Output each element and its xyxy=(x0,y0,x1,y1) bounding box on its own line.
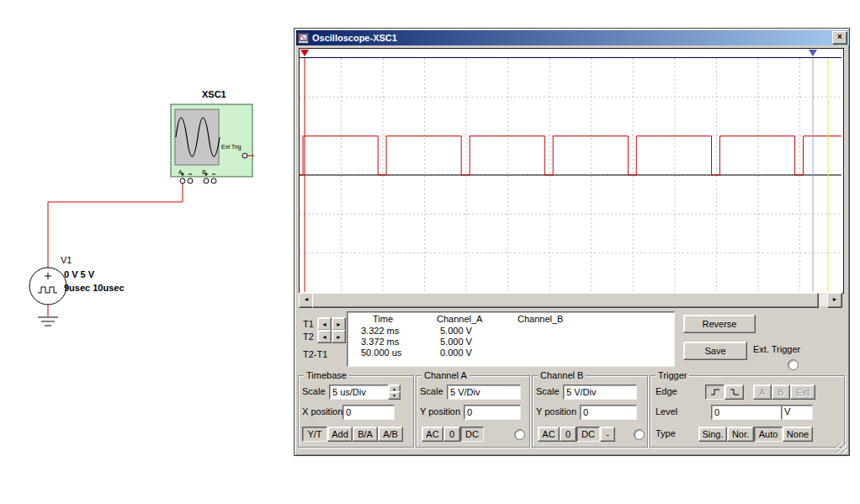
save-button[interactable]: Save xyxy=(683,342,747,360)
timebase-group: Timebase Scale ▲ ▼ X position Y/T Add B/… xyxy=(298,375,414,448)
ground-symbol[interactable] xyxy=(38,317,58,326)
channel-b-invert-button[interactable]: - xyxy=(600,427,615,442)
t1-channel-a-value: 5.000 V xyxy=(440,326,472,336)
channel-a-radio[interactable] xyxy=(514,429,525,440)
channel-b-ac-button[interactable]: AC xyxy=(538,427,560,442)
title-bar[interactable]: Oscilloscope-XSC1 × xyxy=(296,30,849,45)
source-value: 0 V 5 V xyxy=(64,269,94,280)
cursor-2-marker[interactable] xyxy=(809,50,817,56)
t2-time-value: 3.372 ms xyxy=(361,337,399,347)
timebase-add-button[interactable]: Add xyxy=(327,427,353,442)
trigger-level-label: Level xyxy=(656,406,677,417)
channel-b-zero-button[interactable]: 0 xyxy=(560,427,576,442)
channel-a-ac-button[interactable]: AC xyxy=(422,427,443,442)
trigger-type-label: Type xyxy=(656,428,676,439)
cursor-1-right-button[interactable]: ► xyxy=(332,317,346,331)
readout-header-channel-a: Channel_A xyxy=(437,314,482,324)
channel-a-scale-input[interactable] xyxy=(447,385,521,400)
timebase-ab-button[interactable]: A/B xyxy=(378,427,403,442)
source-timing: 9usec 10usec xyxy=(64,283,125,294)
trigger-type-sing-button[interactable]: Sing. xyxy=(698,427,727,442)
t2-channel-a-value: 5.000 V xyxy=(440,337,472,347)
cursor-1-left-button[interactable]: ◄ xyxy=(317,317,332,331)
cursor-delta-label: T2-T1 xyxy=(303,349,327,360)
delta-time-value: 50.000 us xyxy=(361,347,401,358)
channel-a-trace xyxy=(300,136,841,175)
channel-b-scale-input[interactable] xyxy=(563,385,637,400)
timebase-ba-button[interactable]: B/A xyxy=(353,427,378,442)
trigger-group: Trigger Edge A B Ext Level V Type Sing. … xyxy=(650,375,845,448)
window-title: Oscilloscope-XSC1 xyxy=(312,33,832,43)
readout-header-time: Time xyxy=(373,314,393,324)
timebase-xposition-label: X position xyxy=(302,406,342,417)
rising-edge-button[interactable] xyxy=(705,385,725,400)
channel-a-dc-button[interactable]: DC xyxy=(460,427,484,442)
scroll-right-button[interactable]: ► xyxy=(827,293,842,308)
resize-grip[interactable] xyxy=(836,443,847,454)
cursor-1-label: T1 xyxy=(303,319,314,330)
trigger-title: Trigger xyxy=(656,370,689,380)
timebase-yt-button[interactable]: Y/T xyxy=(302,427,327,442)
reverse-button[interactable]: Reverse xyxy=(683,315,756,333)
cursor-2-label: T2 xyxy=(303,332,314,342)
t1-time-value: 3.322 ms xyxy=(361,326,399,336)
falling-edge-button[interactable] xyxy=(725,385,744,400)
channel-a-terminal-label: A xyxy=(178,167,183,178)
trigger-level-unit[interactable]: V xyxy=(781,405,813,420)
channel-b-scale-label: Scale xyxy=(536,386,560,397)
cursor-track xyxy=(300,49,841,58)
readout-header-channel-b: Channel_B xyxy=(518,314,563,324)
window-icon xyxy=(298,33,309,44)
close-button[interactable]: × xyxy=(832,31,847,45)
channel-b-radio[interactable] xyxy=(634,429,645,440)
timebase-title: Timebase xyxy=(304,370,349,380)
channel-a-zero-button[interactable]: 0 xyxy=(443,427,460,442)
ext-trigger-panel-label: Ext. Trigger xyxy=(753,344,800,355)
channel-b-plus-terminal[interactable] xyxy=(204,178,209,183)
trigger-type-nor-button[interactable]: Nor. xyxy=(727,427,754,442)
channel-a-minus-terminal[interactable] xyxy=(188,178,193,183)
scope-plot xyxy=(300,58,841,292)
channel-b-dc-button[interactable]: DC xyxy=(576,427,600,442)
readout-panel: Time Channel_A Channel_B 3.322 ms 5.000 … xyxy=(347,311,675,367)
trigger-source-a-button[interactable]: A xyxy=(753,385,772,400)
channel-b-group: Channel B Scale Y position AC 0 DC - xyxy=(532,375,648,448)
trigger-source-ext-button[interactable]: Ext xyxy=(790,385,815,400)
channel-b-minus-terminal[interactable] xyxy=(211,178,216,183)
horizontal-scrollbar[interactable]: ◄ ► xyxy=(299,293,842,306)
channel-a-yposition-label: Y position xyxy=(420,406,460,417)
cursor-2-left-button[interactable]: ◄ xyxy=(317,330,332,343)
ext-trig-label: Ext Trig xyxy=(221,141,242,152)
delta-channel-a-value: 0.000 V xyxy=(440,347,472,358)
trigger-source-b-button[interactable]: B xyxy=(772,385,790,400)
instrument-label: XSC1 xyxy=(202,89,226,100)
channel-a-group: Channel A Scale Y position AC 0 DC xyxy=(416,375,530,448)
trigger-level-input[interactable] xyxy=(711,405,785,420)
workspace: XSC1 Ext Trig A B V1 0 V 5 V 9usec 10use… xyxy=(0,0,860,504)
falling-edge-icon xyxy=(730,388,740,396)
trigger-type-none-button[interactable]: None xyxy=(783,427,813,442)
v1-source-symbol[interactable] xyxy=(29,268,66,305)
scope-display xyxy=(299,48,844,294)
rising-edge-icon xyxy=(710,388,720,396)
timebase-scale-spin-down[interactable]: ▼ xyxy=(388,391,401,400)
oscilloscope-symbol[interactable] xyxy=(171,104,254,183)
timebase-scale-input[interactable] xyxy=(329,385,393,400)
channel-a-yposition-input[interactable] xyxy=(464,405,521,420)
timebase-scale-label: Scale xyxy=(302,386,326,397)
channel-b-yposition-label: Y position xyxy=(536,406,576,417)
channel-a-plus-terminal[interactable] xyxy=(180,178,185,183)
ext-trig-terminal[interactable] xyxy=(242,153,247,158)
trigger-edge-label: Edge xyxy=(656,386,677,397)
source-name: V1 xyxy=(61,255,72,266)
cursor-1-marker[interactable] xyxy=(300,50,309,56)
timebase-xposition-input[interactable] xyxy=(342,405,395,420)
channel-b-yposition-input[interactable] xyxy=(580,405,637,420)
cursor-2-right-button[interactable]: ► xyxy=(332,330,346,343)
trigger-type-auto-button[interactable]: Auto xyxy=(754,427,783,442)
scrollbar-thumb[interactable] xyxy=(312,293,819,308)
channel-b-title: Channel B xyxy=(538,370,586,380)
channel-a-title: Channel A xyxy=(422,370,470,380)
oscilloscope-window: Oscilloscope-XSC1 × ◄ ► T1 ◄ ► T2 ◄ ► T2… xyxy=(294,28,850,456)
ext-trigger-radio[interactable] xyxy=(788,359,799,370)
